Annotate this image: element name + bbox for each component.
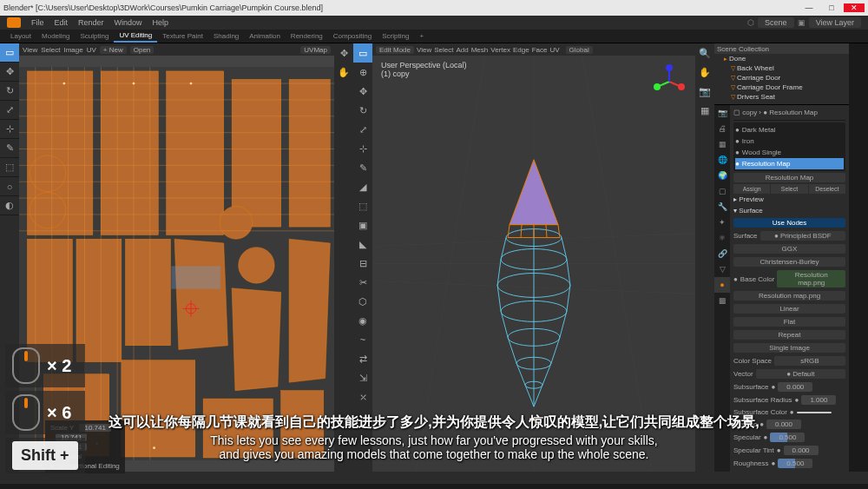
tab-compositing[interactable]: Compositing bbox=[328, 30, 377, 42]
subsurface-radius-input[interactable]: 1.000 bbox=[801, 395, 836, 405]
vp-menu-vertex[interactable]: Vertex bbox=[490, 46, 510, 54]
uv-menu-uv[interactable]: UV bbox=[87, 46, 96, 54]
maximize-button[interactable]: □ bbox=[821, 3, 842, 12]
outliner-item[interactable]: ▽Back Wheel bbox=[714, 63, 849, 73]
uv-menu-image[interactable]: Image bbox=[63, 46, 82, 54]
outliner-item[interactable]: ▸Done bbox=[714, 54, 849, 63]
material-name-field[interactable]: Resolution Map bbox=[733, 173, 845, 182]
annotate-tool[interactable]: ✎ bbox=[0, 139, 19, 158]
ptab-output[interactable]: 🖨 bbox=[714, 121, 730, 136]
move-tool[interactable]: ✥ bbox=[0, 63, 19, 82]
surface-shader[interactable]: ● Principled BSDF bbox=[760, 231, 845, 241]
menu-file[interactable]: File bbox=[26, 18, 49, 27]
tab-rendering[interactable]: Rendering bbox=[286, 30, 328, 42]
tab-scripting[interactable]: Scripting bbox=[377, 30, 414, 42]
vp-shrink-tool[interactable]: ⇲ bbox=[353, 368, 372, 387]
uv-map-selector[interactable]: UVMap bbox=[300, 46, 331, 54]
vp-rotate-tool[interactable]: ↻ bbox=[353, 101, 372, 120]
vp-menu-edge[interactable]: Edge bbox=[513, 46, 529, 54]
outliner-header[interactable]: Scene Collection bbox=[714, 43, 849, 54]
vp-cursor-tool[interactable]: ⊕ bbox=[353, 63, 372, 82]
material-slot[interactable]: ●Dark Metal bbox=[735, 124, 844, 135]
vp-annotate-tool[interactable]: ✎ bbox=[353, 158, 372, 177]
ptab-texture[interactable]: ▩ bbox=[714, 293, 730, 308]
outliner-item[interactable]: ▽Carriage Door bbox=[714, 73, 849, 83]
material-slot[interactable]: ●Wood Single bbox=[735, 147, 844, 158]
transform-tool[interactable]: ⊹ bbox=[0, 120, 19, 139]
projection-dropdown[interactable]: Flat bbox=[733, 317, 845, 327]
ptab-physics[interactable]: ⚛ bbox=[714, 230, 730, 246]
colorspace-dropdown[interactable]: sRGB bbox=[774, 356, 845, 366]
viewlayer-selector[interactable]: View Layer bbox=[809, 17, 861, 28]
vp-menu-select[interactable]: Select bbox=[434, 46, 453, 54]
tab-modeling[interactable]: Modeling bbox=[36, 30, 75, 42]
base-color-input[interactable]: Resolution map.png bbox=[777, 270, 845, 287]
uv-menu-view[interactable]: View bbox=[23, 46, 37, 54]
menu-window[interactable]: Window bbox=[109, 18, 148, 27]
vp-inset-tool[interactable]: ▣ bbox=[353, 215, 372, 235]
menu-help[interactable]: Help bbox=[148, 18, 174, 27]
mode-selector[interactable]: Edit Mode bbox=[376, 46, 414, 54]
grab-tool[interactable]: ○ bbox=[0, 177, 19, 196]
tab-sculpting[interactable]: Sculpting bbox=[76, 30, 115, 42]
tab-shading[interactable]: Shading bbox=[208, 30, 244, 42]
assign-button[interactable]: Assign bbox=[733, 184, 770, 194]
vp-zoom-icon[interactable]: 🔍 bbox=[695, 43, 714, 63]
rip-tool[interactable]: ⬚ bbox=[0, 158, 19, 177]
vp-spin-tool[interactable]: ◉ bbox=[353, 311, 372, 330]
ptab-constraint[interactable]: 🔗 bbox=[714, 246, 730, 261]
subsurface-color-input[interactable] bbox=[797, 412, 832, 413]
vp-select-tool[interactable]: ▭ bbox=[353, 43, 372, 63]
ptab-material[interactable]: ● bbox=[714, 277, 730, 293]
ptab-particle[interactable]: ✦ bbox=[714, 215, 730, 230]
vp-scale-tool[interactable]: ⤢ bbox=[353, 120, 372, 139]
orientation-selector[interactable]: Global bbox=[566, 46, 593, 54]
close-button[interactable]: ✕ bbox=[844, 3, 865, 12]
vp-slide-tool[interactable]: ⇄ bbox=[353, 349, 372, 368]
vp-menu-add[interactable]: Add bbox=[456, 46, 468, 54]
vp-camera-icon[interactable]: 📷 bbox=[695, 82, 714, 101]
vp-measure-tool[interactable]: ◢ bbox=[353, 177, 372, 196]
uv-new-button[interactable]: + New bbox=[100, 46, 127, 54]
scene-selector[interactable]: Scene bbox=[758, 17, 794, 28]
viewport[interactable]: Edit Mode View Select Add Mesh Vertex Ed… bbox=[372, 43, 695, 472]
blender-logo-icon[interactable] bbox=[7, 17, 21, 28]
ptab-view[interactable]: ▦ bbox=[714, 136, 730, 152]
uv-menu-select[interactable]: Select bbox=[41, 46, 60, 54]
nav-gizmo[interactable] bbox=[652, 64, 687, 99]
vp-menu-view[interactable]: View bbox=[417, 46, 431, 54]
scale-tool[interactable]: ⤢ bbox=[0, 101, 19, 120]
ptab-mesh[interactable]: ▽ bbox=[714, 261, 730, 277]
ptab-render[interactable]: 📷 bbox=[714, 105, 730, 121]
material-slot[interactable]: ●Iron bbox=[735, 135, 844, 147]
material-slot[interactable]: ●Resolution Map bbox=[735, 158, 844, 169]
ptab-modifier[interactable]: 🔧 bbox=[714, 199, 730, 215]
ptab-scene[interactable]: 🌐 bbox=[714, 152, 730, 168]
specular-input[interactable]: 0.500 bbox=[770, 433, 805, 442]
metallic-input[interactable]: 0.000 bbox=[766, 420, 801, 429]
select-button[interactable]: Select bbox=[771, 184, 807, 194]
uv-hand-icon[interactable]: ✋ bbox=[334, 63, 353, 82]
rotate-tool[interactable]: ↻ bbox=[0, 82, 19, 101]
ptab-world[interactable]: 🌍 bbox=[714, 168, 730, 183]
surface-section[interactable]: ▾ Surface bbox=[733, 205, 845, 216]
tab-layout[interactable]: Layout bbox=[5, 30, 36, 42]
vp-transform-tool[interactable]: ⊹ bbox=[353, 139, 372, 158]
vp-rip-tool[interactable]: ⤫ bbox=[353, 387, 372, 406]
minimize-button[interactable]: — bbox=[799, 3, 819, 12]
tab-uv-editing[interactable]: UV Editing bbox=[114, 30, 157, 43]
source-dropdown[interactable]: Single Image bbox=[733, 343, 845, 353]
extension-dropdown[interactable]: Repeat bbox=[733, 330, 845, 340]
vp-loop-cut-tool[interactable]: ⊟ bbox=[353, 254, 372, 273]
uv-open-button[interactable]: Open bbox=[130, 46, 155, 54]
tab-add[interactable]: + bbox=[414, 30, 429, 42]
outliner-item[interactable]: ▽Carriage Door Frame bbox=[714, 83, 849, 92]
roughness-input[interactable]: 0.500 bbox=[778, 459, 812, 468]
menu-render[interactable]: Render bbox=[73, 18, 109, 27]
sss-method-dropdown[interactable]: Christensen-Burley bbox=[733, 257, 845, 267]
texture-name[interactable]: Resolution map.png bbox=[733, 291, 845, 301]
vp-smooth-tool[interactable]: ~ bbox=[353, 330, 372, 349]
uv-pan-icon[interactable]: ✥ bbox=[334, 43, 353, 63]
specular-tint-input[interactable]: 0.000 bbox=[784, 446, 819, 455]
viewport-canvas[interactable]: User Perspective (Local) (1) copy bbox=[372, 56, 695, 472]
